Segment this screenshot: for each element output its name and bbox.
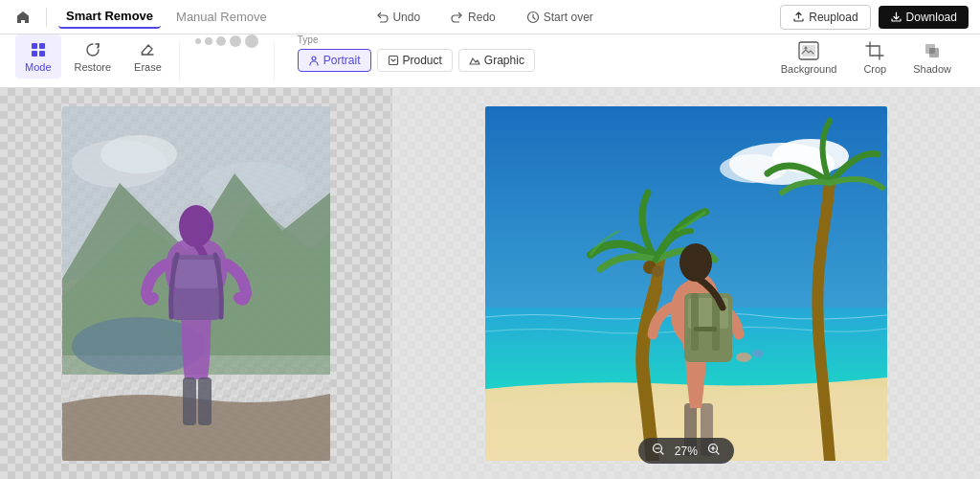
- shadow-tool[interactable]: Shadow: [900, 34, 965, 80]
- product-icon: [388, 55, 399, 66]
- toolbar-divider-1: [179, 42, 180, 80]
- zoom-out-icon: [652, 443, 665, 456]
- right-photo: [485, 106, 887, 461]
- portrait-icon: [308, 55, 320, 66]
- reupload-button[interactable]: Reupload: [780, 5, 870, 30]
- start-over-button[interactable]: Start over: [519, 7, 601, 28]
- background-icon: [798, 40, 819, 61]
- undo-label: Undo: [392, 11, 420, 24]
- reupload-icon: [792, 11, 805, 23]
- shadow-label: Shadow: [913, 63, 951, 75]
- type-section-label: Type: [298, 34, 535, 45]
- brush-dot-lg[interactable]: [245, 34, 258, 48]
- svg-rect-6: [389, 57, 397, 65]
- svg-rect-1: [32, 43, 37, 49]
- erase-icon: [138, 40, 157, 59]
- portrait-label: Portrait: [323, 54, 361, 67]
- svg-rect-27: [198, 377, 212, 425]
- start-over-label: Start over: [544, 11, 593, 24]
- undo-button[interactable]: Undo: [368, 7, 428, 28]
- left-photo: [62, 106, 330, 461]
- crop-tool[interactable]: Crop: [850, 34, 900, 80]
- right-panel: 27%: [392, 88, 980, 479]
- redo-icon: [451, 11, 464, 24]
- graphic-label: Graphic: [484, 54, 524, 67]
- top-navigation-bar: Smart Remove Manual Remove Undo Redo Sta…: [0, 0, 980, 34]
- download-button[interactable]: Download: [879, 6, 969, 29]
- main-editor-area: 27%: [0, 88, 980, 479]
- restore-icon: [83, 40, 102, 59]
- svg-rect-4: [39, 51, 45, 57]
- zoom-control: 27%: [638, 438, 734, 464]
- svg-point-34: [652, 265, 663, 277]
- download-icon: [890, 11, 902, 23]
- left-image-container: [62, 106, 330, 461]
- tab-manual-remove[interactable]: Manual Remove: [168, 6, 275, 28]
- product-label: Product: [403, 54, 442, 67]
- home-icon[interactable]: [11, 6, 34, 29]
- svg-rect-11: [929, 48, 939, 57]
- svg-point-35: [736, 353, 751, 362]
- portrait-type-button[interactable]: Portrait: [298, 49, 371, 72]
- svg-rect-26: [183, 377, 196, 425]
- graphic-icon: [469, 55, 480, 66]
- brush-dot-md-sm[interactable]: [205, 37, 212, 45]
- type-section: Type Portrait Product Graph: [298, 34, 535, 72]
- zoom-level: 27%: [675, 445, 698, 458]
- zoom-in-button[interactable]: [705, 443, 723, 459]
- download-label: Download: [906, 11, 957, 24]
- type-buttons-group: Portrait Product Graphic: [298, 49, 535, 72]
- crop-icon: [864, 40, 885, 61]
- start-over-icon: [526, 11, 540, 24]
- mode-tool[interactable]: Mode: [15, 34, 61, 79]
- svg-point-5: [312, 57, 316, 60]
- restore-tool[interactable]: Restore: [65, 34, 122, 79]
- mode-tool-group: Mode Restore Erase: [15, 34, 171, 79]
- brush-size-row: [188, 34, 266, 48]
- redo-label: Redo: [468, 11, 496, 24]
- svg-rect-43: [694, 327, 717, 331]
- mode-icon: [29, 40, 48, 59]
- svg-point-20: [100, 135, 177, 173]
- restore-label: Restore: [75, 61, 112, 73]
- right-tools-group: Background Crop Shadow: [768, 34, 965, 80]
- toolbar: Mode Restore Erase: [0, 34, 980, 88]
- topbar-right-actions: Reupload Download: [780, 5, 969, 30]
- svg-rect-3: [32, 51, 37, 57]
- zoom-in-icon: [707, 443, 721, 456]
- nav-divider: [46, 8, 47, 27]
- svg-rect-8: [802, 45, 815, 57]
- erase-label: Erase: [134, 61, 162, 73]
- product-type-button[interactable]: Product: [377, 49, 453, 72]
- svg-point-9: [805, 47, 808, 50]
- brush-dot-sm[interactable]: [195, 38, 201, 44]
- svg-rect-2: [39, 43, 45, 49]
- reupload-label: Reupload: [809, 11, 858, 24]
- svg-point-36: [752, 350, 764, 357]
- left-panel: [0, 88, 392, 479]
- svg-rect-41: [691, 293, 699, 351]
- background-label: Background: [781, 63, 837, 75]
- topbar-actions: Undo Redo Start over: [368, 7, 600, 28]
- background-tool[interactable]: Background: [768, 34, 851, 80]
- shadow-icon: [922, 40, 943, 61]
- brush-dot-md[interactable]: [216, 36, 226, 46]
- erase-tool[interactable]: Erase: [124, 34, 171, 79]
- svg-rect-25: [175, 260, 217, 288]
- zoom-out-button[interactable]: [650, 443, 667, 459]
- redo-button[interactable]: Redo: [443, 7, 503, 28]
- brush-dot-md-lg[interactable]: [230, 35, 241, 47]
- toolbar-divider-2: [274, 42, 275, 80]
- graphic-type-button[interactable]: Graphic: [458, 49, 535, 72]
- undo-icon: [375, 11, 389, 24]
- tab-smart-remove[interactable]: Smart Remove: [58, 5, 161, 29]
- mode-label: Mode: [25, 61, 52, 73]
- crop-label: Crop: [863, 63, 886, 75]
